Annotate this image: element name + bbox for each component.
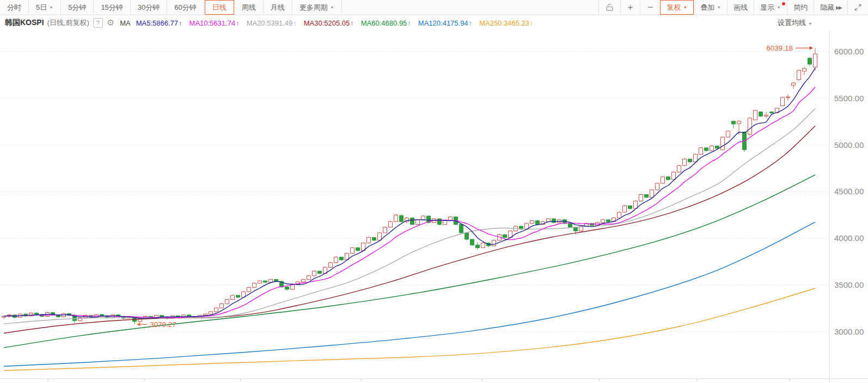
y-axis-labels: 6000.005500.005000.004500.004000.003500.… xyxy=(834,47,864,336)
zoom-in-button[interactable]: + xyxy=(620,0,640,15)
fullscreen-icon[interactable] xyxy=(847,0,868,15)
ma-value: MA10:5631.74 xyxy=(190,19,236,27)
candles xyxy=(2,48,817,324)
ma-legend-item: MA5:5866.77↑ xyxy=(136,19,182,27)
period-tabs: 分时5日▼5分钟15分钟30分钟60分钟日线周线月线更多周期▼ xyxy=(0,0,342,15)
svg-text:5500.00: 5500.00 xyxy=(834,94,864,103)
zoom-out-button[interactable]: − xyxy=(640,0,660,15)
overlay-button[interactable]: 叠加▼ xyxy=(694,0,727,15)
ma-line-MA10 xyxy=(4,87,815,318)
ma-value: MA60:4680.95 xyxy=(361,19,407,27)
chart-mode-label: (日线,前复权) xyxy=(47,18,89,28)
unlock-icon[interactable] xyxy=(598,0,620,15)
period-tab-label: 日线 xyxy=(212,3,227,13)
price-chart[interactable]: 6000.005500.005000.004500.004000.003500.… xyxy=(0,30,868,383)
svg-text:4000.00: 4000.00 xyxy=(834,233,864,243)
ma-legend-item: MA250:3465.23↑ xyxy=(479,19,533,27)
period-tab-label: 分时 xyxy=(7,3,21,13)
chevron-down-icon: ▼ xyxy=(717,5,721,10)
period-tab-30分钟[interactable]: 30分钟 xyxy=(131,0,167,15)
ma-legend: MA5:5866.77↑MA10:5631.74↑MA20:5391.49↑MA… xyxy=(136,19,541,27)
tool-label: 叠加 xyxy=(700,3,714,13)
ma-legend-item: MA10:5631.74↑ xyxy=(190,19,240,27)
period-tab-5日[interactable]: 5日▼ xyxy=(29,0,61,15)
period-tab-label: 15分钟 xyxy=(101,3,123,13)
svg-text:4500.00: 4500.00 xyxy=(834,187,864,196)
ma-legend-item: MA120:4175.94↑ xyxy=(418,19,472,27)
ma-legend-item: MA60:4680.95↑ xyxy=(361,19,411,27)
up-arrow-icon: ↑ xyxy=(293,19,297,27)
period-tab-15分钟[interactable]: 15分钟 xyxy=(94,0,130,15)
adjust-mode-button[interactable]: 复权▼ xyxy=(660,0,694,15)
period-tab-5分钟[interactable]: 5分钟 xyxy=(61,0,94,15)
simple-mode-button[interactable]: 简约 xyxy=(787,0,814,15)
chevron-down-icon: ▼ xyxy=(808,22,812,26)
chevron-down-icon: ▼ xyxy=(777,5,781,10)
high-price-annotation: 6039.18 xyxy=(766,44,793,52)
tool-label: 显示 xyxy=(760,3,774,13)
low-price-annotation: 3079.27 xyxy=(150,320,176,329)
period-tab-label: 30分钟 xyxy=(138,3,160,13)
tool-label: 隐藏 xyxy=(820,3,834,13)
ma-value: MA20:5391.49 xyxy=(247,19,293,27)
svg-text:6000.00: 6000.00 xyxy=(834,47,864,56)
tool-label: 简约 xyxy=(793,3,808,13)
svg-text:3000.00: 3000.00 xyxy=(834,327,864,336)
up-arrow-icon: ↑ xyxy=(350,19,354,27)
period-tab-label: 更多周期 xyxy=(299,3,328,13)
period-tab-label: 月线 xyxy=(271,3,285,13)
draw-line-button[interactable]: 画线 xyxy=(727,0,754,15)
notification-dot xyxy=(782,2,785,5)
period-tab-label: 5日 xyxy=(36,3,47,13)
ma-settings-button[interactable]: 设置均线▼ xyxy=(778,18,812,28)
candlestick-chart-canvas: 6000.005500.005000.004500.004000.003500.… xyxy=(0,30,868,383)
period-tab-label: 周线 xyxy=(242,3,256,13)
tool-label: − xyxy=(647,2,653,13)
annotations: 6039.183079.27 xyxy=(137,44,813,329)
double-chevron-right-icon: ▶▶ xyxy=(836,5,841,10)
svg-text:5000.00: 5000.00 xyxy=(834,140,864,150)
up-arrow-icon: ↑ xyxy=(407,19,411,27)
gear-icon[interactable]: ⚙ xyxy=(107,18,114,27)
ma-line-MA5 xyxy=(4,68,815,318)
tool-label: 画线 xyxy=(733,3,748,13)
help-icon[interactable]: ? xyxy=(93,18,103,28)
period-tab-周线[interactable]: 周线 xyxy=(235,0,264,15)
ma-line-MA20 xyxy=(4,108,815,324)
gridlines xyxy=(0,52,829,332)
chevron-down-icon: ▼ xyxy=(683,5,687,10)
ma-value: MA30:5205.05 xyxy=(304,19,350,27)
up-arrow-icon: ↑ xyxy=(530,19,534,27)
up-arrow-icon: ↑ xyxy=(236,19,240,27)
ma-lines xyxy=(4,68,815,370)
period-tab-更多周期[interactable]: 更多周期▼ xyxy=(292,0,342,15)
tool-label: + xyxy=(628,2,633,13)
tool-label: 复权 xyxy=(667,3,681,13)
ma-value: MA5:5866.77 xyxy=(136,19,178,27)
chevron-down-icon: ▼ xyxy=(330,5,334,10)
ma-line-MA60 xyxy=(4,175,815,348)
up-arrow-icon: ↑ xyxy=(469,19,473,27)
svg-text:3500.00: 3500.00 xyxy=(834,280,864,289)
ma-legend-item: MA20:5391.49↑ xyxy=(247,19,297,27)
x-axis-ticks xyxy=(48,379,790,381)
period-tab-月线[interactable]: 月线 xyxy=(264,0,292,15)
ma-value: MA120:4175.94 xyxy=(418,19,468,27)
period-tab-60分钟[interactable]: 60分钟 xyxy=(167,0,204,15)
up-arrow-icon: ↑ xyxy=(179,19,182,27)
top-toolbar: 分时5日▼5分钟15分钟30分钟60分钟日线周线月线更多周期▼ +−复权▼叠加▼… xyxy=(0,0,868,15)
period-tab-分时[interactable]: 分时 xyxy=(0,0,29,15)
legend-row: 韩国KOSPI (日线,前复权) ? ⚙ MA MA5:5866.77↑MA10… xyxy=(0,15,868,30)
display-button[interactable]: 显示▼ xyxy=(754,0,787,15)
period-tab-日线[interactable]: 日线 xyxy=(205,0,234,15)
ma-legend-item: MA30:5205.05↑ xyxy=(304,19,354,27)
chevron-down-icon: ▼ xyxy=(49,5,53,10)
symbol-title: 韩国KOSPI xyxy=(5,18,44,28)
ma-indicator-label: MA xyxy=(120,19,131,27)
chart-tools: +−复权▼叠加▼画线显示▼简约隐藏▶▶ xyxy=(598,0,868,15)
period-tab-label: 5分钟 xyxy=(68,3,86,13)
period-tab-label: 60分钟 xyxy=(174,3,196,13)
ma-value: MA250:3465.23 xyxy=(479,19,529,27)
hide-button[interactable]: 隐藏▶▶ xyxy=(814,0,847,15)
